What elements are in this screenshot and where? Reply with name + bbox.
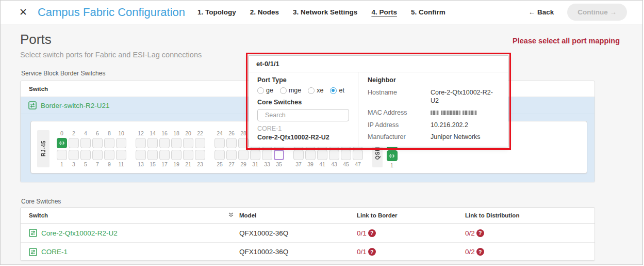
neighbor-value-ip-address: 10.216.202.2 — [431, 121, 499, 129]
port-rj45-9[interactable] — [104, 150, 114, 160]
help-icon[interactable]: ? — [368, 248, 376, 256]
port-rj45-2[interactable] — [69, 138, 79, 148]
port-rj45-4[interactable] — [80, 138, 91, 148]
redact-block — [431, 111, 439, 115]
model-cell: QFX10002-36Q — [239, 248, 357, 256]
port-rj45-14[interactable] — [147, 138, 158, 148]
port-label-21: 21 — [185, 161, 191, 168]
wizard-step-5-confirm[interactable]: 5. Confirm — [411, 8, 445, 16]
port-rj45-47[interactable] — [353, 150, 363, 160]
port-rj45-15[interactable] — [147, 150, 158, 160]
help-icon[interactable]: ? — [368, 229, 376, 237]
port-label-12: 12 — [138, 130, 144, 137]
port-rj45-41[interactable] — [317, 150, 327, 160]
port-rj45-17[interactable] — [159, 150, 170, 160]
core-switch-name-core-2-qfx10002-r2-u2[interactable]: Core-2-Qfx10002-R2-U2 — [41, 229, 118, 237]
port-rj45-28[interactable] — [238, 138, 249, 148]
port-type-radio-xe[interactable]: xe — [308, 87, 323, 94]
connection-icon — [388, 152, 395, 160]
port-rj45-11[interactable] — [116, 150, 126, 160]
back-button[interactable]: ← Back — [529, 8, 554, 16]
port-rj45-39[interactable] — [305, 150, 316, 160]
port-rj45-23[interactable] — [195, 150, 205, 160]
port-rj45-3[interactable] — [69, 150, 79, 160]
radio-circle-et — [330, 87, 337, 94]
radio-circle-ge — [257, 87, 264, 94]
neighbor-label-mac-address: MAC Address — [368, 108, 431, 117]
port-rj45-31[interactable] — [250, 150, 260, 160]
port-rj45-13[interactable] — [136, 150, 146, 160]
port-rj45-10[interactable] — [116, 138, 126, 148]
wizard-step-4-ports[interactable]: 4. Ports — [371, 8, 397, 16]
model-cell: QFX10002-36Q — [239, 229, 357, 237]
port-rj45-22[interactable] — [195, 138, 205, 148]
port-rj45-16[interactable] — [159, 138, 170, 148]
port-type-radio-et[interactable]: et — [330, 87, 344, 94]
port-label-17: 17 — [161, 161, 168, 168]
switch-option-core-1[interactable]: CORE-1 — [257, 125, 350, 132]
port-type-radio-ge[interactable]: ge — [257, 87, 273, 94]
port-rj45-5[interactable] — [80, 150, 91, 160]
port-rj45-18[interactable] — [171, 138, 181, 148]
port-rj45-19[interactable] — [171, 150, 181, 160]
port-label-4: 4 — [84, 130, 87, 137]
port-rj45-7[interactable] — [92, 150, 103, 160]
neighbor-heading: Neighbor — [368, 76, 499, 84]
port-rj45-0[interactable] — [57, 138, 67, 148]
rj45-column: 89 — [104, 130, 114, 168]
port-rj45-8[interactable] — [104, 138, 114, 148]
wizard-step-1-topology[interactable]: 1. Topology — [197, 8, 236, 16]
port-label-9: 9 — [108, 161, 111, 168]
neighbor-value-hostname: Core-2-Qfx10002-R2-U2 — [431, 88, 499, 105]
help-icon[interactable]: ? — [476, 229, 484, 237]
core-switch-name-core-1[interactable]: CORE-1 — [41, 248, 68, 256]
port-rj45-25[interactable] — [214, 150, 225, 160]
connection-icon — [58, 139, 65, 147]
help-icon[interactable]: ? — [476, 248, 484, 256]
popup-left-column: Port Type gemgexeet Core Switches CORE-1… — [249, 72, 358, 147]
continue-button[interactable]: Continue → — [567, 4, 627, 21]
neighbor-label-hostname: Hostname — [368, 88, 431, 105]
port-rj45-24[interactable] — [214, 138, 225, 148]
core-switch-search[interactable] — [257, 109, 349, 121]
wizard-step-3-network-settings[interactable]: 3. Network Settings — [293, 8, 357, 16]
border-switch-name[interactable]: Border-switch-R2-U21 — [41, 102, 110, 109]
port-rj45-29[interactable] — [238, 150, 249, 160]
double-chevron-icon[interactable] — [228, 212, 239, 219]
port-label-47: 47 — [355, 161, 361, 168]
port-type-radio-mge[interactable]: mge — [280, 87, 301, 94]
port-rj45-6[interactable] — [92, 138, 103, 148]
page-title: Ports — [20, 32, 52, 48]
port-rj45-1[interactable] — [57, 150, 67, 160]
port-label-43: 43 — [331, 161, 337, 168]
rj45-column: 1213 — [136, 130, 146, 168]
search-input[interactable] — [265, 112, 348, 119]
port-rj45-45[interactable] — [341, 150, 351, 160]
port-rj45-20[interactable] — [183, 138, 193, 148]
switch-option-core-2-qfx10002-r2-u2[interactable]: Core-2-Qfx10002-R2-U2 — [257, 134, 350, 142]
port-config-popup: et-0/1/1 Port Type gemgexeet Core Switch… — [249, 55, 508, 147]
core-switch-options: CORE-1Core-2-Qfx10002-R2-U2 — [257, 125, 350, 142]
wizard-title: Campus Fabric Configuration — [38, 6, 185, 19]
port-rj45-27[interactable] — [226, 150, 237, 160]
switch-icon — [29, 248, 37, 256]
port-rj45-35[interactable] — [274, 150, 284, 160]
close-icon[interactable]: ✕ — [19, 7, 27, 17]
port-rj45-37[interactable] — [293, 150, 304, 160]
port-label-39: 39 — [307, 161, 313, 168]
port-rj45-33[interactable] — [262, 150, 272, 160]
port-qsfp-1[interactable] — [387, 150, 398, 161]
wizard-step-2-nodes[interactable]: 2. Nodes — [250, 8, 279, 16]
core-switches-rows: Core-2-Qfx10002-R2-U2QFX10002-36Q0/1?0/2… — [21, 224, 595, 261]
redact-block — [441, 111, 460, 115]
radio-label-mge: mge — [289, 87, 301, 94]
port-rj45-12[interactable] — [136, 138, 146, 148]
port-rj45-26[interactable] — [226, 138, 237, 148]
port-type-label: Port Type — [257, 76, 350, 84]
neighbor-rows: HostnameCore-2-Qfx10002-R2-U2MAC Address… — [368, 88, 499, 141]
port-rj45-43[interactable] — [329, 150, 339, 160]
popup-body: Port Type gemgexeet Core Switches CORE-1… — [249, 72, 508, 147]
port-rj45-21[interactable] — [183, 150, 193, 160]
link-count-border: 0/1 — [357, 229, 367, 237]
port-label-5: 5 — [84, 161, 87, 168]
